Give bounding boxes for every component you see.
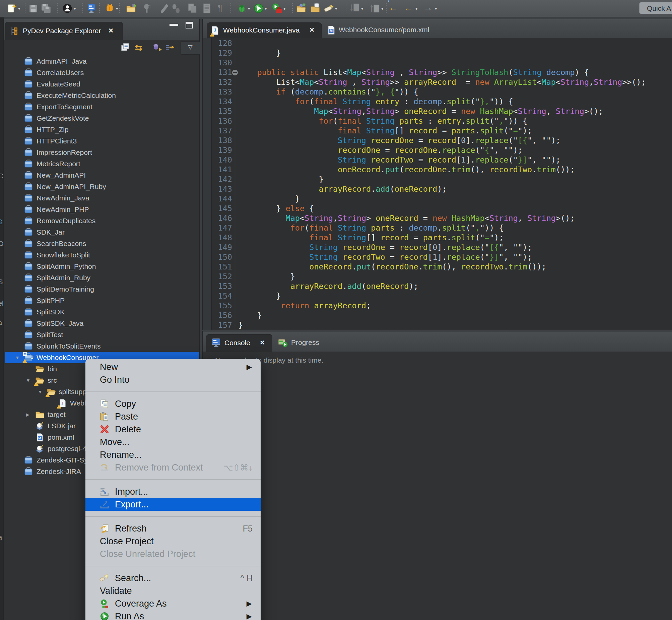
user-profile-dropdown-icon[interactable]: ▾	[74, 6, 76, 11]
code-line[interactable]: 140 String recordTwo = record[1].replace…	[203, 155, 672, 165]
chevron-collapsed-icon[interactable]: ▶	[26, 409, 30, 420]
menu-item-go-into[interactable]: Go Into	[86, 373, 261, 386]
menu-item-delete[interactable]: Delete	[86, 423, 261, 436]
tree-item-splittest[interactable]: SplitTest	[5, 329, 199, 341]
tree-item-splitadmin-ruby[interactable]: SplitAdmin_Ruby	[5, 272, 199, 283]
code-line[interactable]: 142 }	[203, 174, 672, 184]
chevron-expanded-icon[interactable]: ▼	[38, 386, 43, 398]
run-green-icon[interactable]	[253, 3, 264, 14]
tree-item-httpclient3[interactable]: HTTPClient3	[5, 136, 199, 147]
code-line[interactable]: 131 public static List<Map<String , Stri…	[203, 68, 672, 78]
run-external-dropdown-icon[interactable]: ▾	[283, 6, 286, 11]
pencil-icon[interactable]	[159, 3, 169, 14]
menu-item-move[interactable]: Move...	[86, 436, 261, 449]
code-line[interactable]: 157}	[203, 320, 672, 330]
code-line[interactable]: 137 final String[] record = parts.split(…	[203, 126, 672, 136]
menu-item-new[interactable]: New▶	[86, 361, 261, 373]
console-view-icon[interactable]	[87, 3, 97, 14]
code-line[interactable]: 156 }	[203, 311, 672, 320]
code-line[interactable]: 144 }	[203, 194, 672, 204]
download-doc-dropdown-icon[interactable]: ▾	[361, 6, 363, 11]
forward-arrow-icon[interactable]: →	[424, 3, 434, 14]
code-line[interactable]: 133 if (decomp.contains("}, {")) {	[203, 87, 672, 97]
code-line[interactable]: 139 recordOne = recordOne.replace("{", "…	[203, 146, 672, 155]
tree-item-newadmin-java[interactable]: NewAdmin_Java	[5, 192, 199, 204]
tree-item-metricsreport[interactable]: MetricsReport	[5, 158, 199, 169]
upload-doc-icon[interactable]	[370, 3, 381, 14]
new-wizard-dropdown-icon[interactable]: ▾	[18, 6, 20, 11]
code-line[interactable]: 147 for(final String parts : decomp.spli…	[203, 223, 672, 233]
code-line[interactable]: 148 final String[] record = parts.split(…	[203, 233, 672, 243]
team-sync-icon[interactable]: C	[143, 3, 154, 14]
tree-item-evaluateseed[interactable]: EvaluateSeed	[5, 79, 199, 90]
copy-doc-icon[interactable]	[187, 3, 198, 14]
tree-item-splitphp[interactable]: SplitPHP	[5, 295, 199, 306]
back-arrow-icon[interactable]: ←	[404, 3, 415, 14]
debug-beetle-icon[interactable]	[236, 3, 247, 14]
tree-item-removeduplicates[interactable]: RemoveDuplicates	[5, 215, 199, 226]
menu-item-coverage-as[interactable]: Coverage As▶	[86, 597, 261, 610]
code-line[interactable]: 136 for(final String parts : entry.split…	[203, 116, 672, 126]
menu-item-run-as[interactable]: Run As▶	[86, 610, 261, 620]
tree-item-snowflaketosplit[interactable]: SnowflakeToSplit	[5, 249, 199, 261]
menu-item-validate[interactable]: Validate	[86, 584, 261, 597]
tree-item-impressionreport[interactable]: ImpressionReport	[5, 147, 199, 158]
custom-package-icon[interactable]	[153, 43, 163, 53]
tree-item-newadmin-php[interactable]: NewAdmin_PHP	[5, 204, 199, 215]
save-all-icon[interactable]	[41, 3, 52, 14]
tab-progress[interactable]: Progress	[276, 334, 336, 352]
tab-webhookconsumer-java[interactable]: J!WebhookConsumer.java×	[207, 22, 322, 38]
menu-item-import[interactable]: Import...	[86, 485, 261, 498]
code-line[interactable]: 134 for(final String entry : decomp.spli…	[203, 97, 672, 107]
user-profile-icon[interactable]	[62, 3, 73, 14]
tree-item-getzendeskvote[interactable]: GetZendeskVote	[5, 113, 199, 124]
open-import-icon[interactable]	[126, 3, 137, 14]
code-line[interactable]: 141 oneRecord.put(recordOne.trim(), reco…	[203, 165, 672, 174]
tree-item-http-zip[interactable]: HTTP_Zip	[5, 124, 199, 136]
tree-item-splitsdk-java[interactable]: SplitSDK_Java	[5, 318, 199, 329]
folder-perspective-icon[interactable]	[296, 3, 307, 14]
focus-task-icon[interactable]	[165, 43, 175, 53]
menu-item-export[interactable]: Export...	[86, 498, 261, 511]
menu-item-refresh[interactable]: RefreshF5	[86, 522, 261, 535]
code-line[interactable]: 145 } else {	[203, 204, 672, 213]
back-arrow-dropdown-icon[interactable]: ▾	[415, 6, 418, 11]
bug-orange-dropdown-icon[interactable]: ▾	[116, 6, 118, 11]
marker-pen-dropdown-icon[interactable]: ▾	[335, 6, 337, 11]
tree-item-splitdemotraining[interactable]: SplitDemoTraining	[5, 283, 199, 295]
code-line[interactable]: 154 }	[203, 291, 672, 301]
tree-item-splitsdk[interactable]: SplitSDK	[5, 306, 199, 318]
tree-item-exporttosegment[interactable]: ExportToSegment	[5, 101, 199, 113]
menu-item-paste[interactable]: Paste	[86, 410, 261, 423]
code-line[interactable]: 146 Map<String,String> oneRecord = new H…	[203, 213, 672, 223]
chevron-expanded-icon[interactable]: ▼	[15, 352, 20, 363]
download-doc-icon[interactable]	[350, 3, 360, 14]
minimize-button[interactable]	[169, 24, 178, 26]
code-line[interactable]: 129 }	[203, 48, 672, 58]
upload-doc-dropdown-icon[interactable]: ▾	[381, 6, 384, 11]
save-icon[interactable]	[28, 3, 39, 14]
code-line[interactable]: 128	[203, 39, 672, 48]
code-line[interactable]: 132 List<Map<String , String>> arrayReco…	[203, 78, 672, 87]
code-line[interactable]: 138 String recordOne = record[0].replace…	[203, 136, 672, 146]
tree-item-searchbeacons[interactable]: SearchBeacons	[5, 238, 199, 249]
tree-item-new-adminapi[interactable]: New_AdminAPI	[5, 169, 199, 181]
run-green-dropdown-icon[interactable]: ▾	[265, 6, 267, 11]
tab-pydev-package-explorer[interactable]: PyDev Package Explorer ×	[5, 22, 123, 40]
tab-console[interactable]: Console×	[206, 334, 272, 352]
new-wizard-icon[interactable]	[7, 3, 17, 14]
view-menu-icon[interactable]: ▽	[185, 42, 195, 52]
code-line[interactable]: 151 oneRecord.put(recordOne.trim(), reco…	[203, 262, 672, 272]
run-external-icon[interactable]	[272, 3, 283, 14]
marker-pen-icon[interactable]	[324, 3, 334, 14]
tree-item-sdk-jar[interactable]: SDK_Jar	[5, 226, 199, 238]
maximize-button[interactable]	[185, 22, 193, 29]
menu-item-close-project[interactable]: Close Project	[86, 535, 261, 548]
code-line[interactable]: 135 Map<String,String> oneRecord = new H…	[203, 107, 672, 116]
quick-access-input[interactable]: Quick A	[639, 2, 672, 14]
tree-item-splunktosplitevents[interactable]: SplunkToSplitEvents	[5, 341, 199, 352]
collapse-all-icon[interactable]	[120, 43, 130, 53]
code-line[interactable]: 149 String recordOne = record[0].replace…	[203, 243, 672, 252]
tree-item-correlateusers[interactable]: CorrelateUsers	[5, 67, 199, 79]
back-snowflake-icon[interactable]: ←*	[389, 3, 399, 14]
